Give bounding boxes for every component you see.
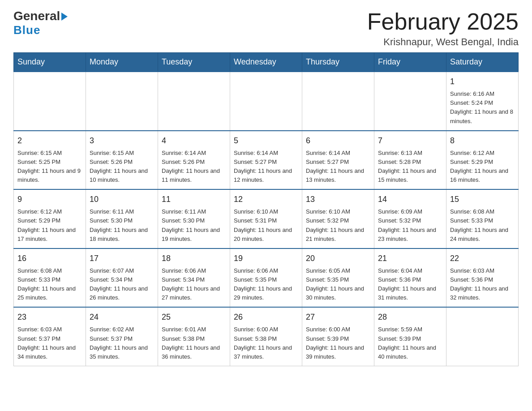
calendar-cell bbox=[374, 72, 446, 131]
day-number: 9 bbox=[17, 193, 82, 206]
calendar-day-header: Thursday bbox=[302, 53, 374, 72]
day-info: Sunrise: 6:16 AM Sunset: 5:24 PM Dayligh… bbox=[450, 90, 515, 126]
logo-general-text: General bbox=[13, 9, 60, 23]
calendar-day-header: Tuesday bbox=[158, 53, 230, 72]
calendar-cell: 15Sunrise: 6:08 AM Sunset: 5:33 PM Dayli… bbox=[446, 189, 519, 248]
calendar-cell: 20Sunrise: 6:05 AM Sunset: 5:35 PM Dayli… bbox=[302, 248, 374, 308]
day-number: 23 bbox=[17, 311, 82, 323]
day-number: 6 bbox=[306, 135, 370, 147]
day-info: Sunrise: 6:05 AM Sunset: 5:35 PM Dayligh… bbox=[306, 266, 370, 303]
calendar-cell: 5Sunrise: 6:14 AM Sunset: 5:27 PM Daylig… bbox=[230, 131, 302, 190]
day-number: 14 bbox=[378, 193, 442, 206]
calendar-cell: 12Sunrise: 6:10 AM Sunset: 5:31 PM Dayli… bbox=[230, 189, 302, 248]
calendar-cell: 17Sunrise: 6:07 AM Sunset: 5:34 PM Dayli… bbox=[86, 248, 158, 308]
day-number: 13 bbox=[306, 193, 370, 206]
day-info: Sunrise: 5:59 AM Sunset: 5:39 PM Dayligh… bbox=[378, 325, 442, 361]
day-number: 3 bbox=[90, 135, 154, 147]
calendar-cell: 6Sunrise: 6:14 AM Sunset: 5:27 PM Daylig… bbox=[302, 131, 374, 190]
calendar-cell: 25Sunrise: 6:01 AM Sunset: 5:38 PM Dayli… bbox=[158, 307, 230, 366]
title-block: February 2025 Krishnapur, West Bengal, I… bbox=[367, 9, 519, 48]
day-info: Sunrise: 6:10 AM Sunset: 5:32 PM Dayligh… bbox=[306, 207, 370, 244]
calendar-cell: 23Sunrise: 6:03 AM Sunset: 5:37 PM Dayli… bbox=[14, 307, 86, 366]
calendar-table: SundayMondayTuesdayWednesdayThursdayFrid… bbox=[13, 52, 519, 366]
calendar-cell: 16Sunrise: 6:08 AM Sunset: 5:33 PM Dayli… bbox=[14, 248, 86, 308]
calendar-cell: 2Sunrise: 6:15 AM Sunset: 5:25 PM Daylig… bbox=[14, 131, 86, 190]
calendar-day-header: Monday bbox=[86, 53, 158, 72]
calendar-week-row: 1Sunrise: 6:16 AM Sunset: 5:24 PM Daylig… bbox=[14, 72, 519, 131]
calendar-cell bbox=[14, 72, 86, 131]
day-info: Sunrise: 6:08 AM Sunset: 5:33 PM Dayligh… bbox=[450, 207, 515, 244]
calendar-cell: 8Sunrise: 6:12 AM Sunset: 5:29 PM Daylig… bbox=[446, 131, 519, 190]
calendar-cell: 10Sunrise: 6:11 AM Sunset: 5:30 PM Dayli… bbox=[86, 189, 158, 248]
day-number: 26 bbox=[234, 311, 298, 323]
logo-arrow-icon bbox=[61, 13, 68, 21]
day-number: 12 bbox=[234, 193, 298, 206]
calendar-cell: 7Sunrise: 6:13 AM Sunset: 5:28 PM Daylig… bbox=[374, 131, 446, 190]
calendar-cell: 1Sunrise: 6:16 AM Sunset: 5:24 PM Daylig… bbox=[446, 72, 519, 131]
calendar-cell bbox=[230, 72, 302, 131]
calendar-cell: 9Sunrise: 6:12 AM Sunset: 5:29 PM Daylig… bbox=[14, 189, 86, 248]
day-info: Sunrise: 6:15 AM Sunset: 5:26 PM Dayligh… bbox=[90, 149, 154, 185]
day-number: 5 bbox=[234, 135, 298, 147]
day-info: Sunrise: 6:15 AM Sunset: 5:25 PM Dayligh… bbox=[17, 149, 82, 185]
calendar-day-header: Sunday bbox=[14, 53, 86, 72]
day-info: Sunrise: 6:08 AM Sunset: 5:33 PM Dayligh… bbox=[17, 266, 82, 303]
day-number: 21 bbox=[378, 253, 442, 265]
day-info: Sunrise: 6:13 AM Sunset: 5:28 PM Dayligh… bbox=[378, 149, 442, 185]
calendar-cell: 27Sunrise: 6:00 AM Sunset: 5:39 PM Dayli… bbox=[302, 307, 374, 366]
calendar-cell: 19Sunrise: 6:06 AM Sunset: 5:35 PM Dayli… bbox=[230, 248, 302, 308]
day-number: 1 bbox=[450, 76, 515, 88]
day-info: Sunrise: 6:09 AM Sunset: 5:32 PM Dayligh… bbox=[378, 207, 442, 244]
day-info: Sunrise: 6:00 AM Sunset: 5:38 PM Dayligh… bbox=[234, 325, 298, 361]
calendar-week-row: 2Sunrise: 6:15 AM Sunset: 5:25 PM Daylig… bbox=[14, 131, 519, 190]
day-info: Sunrise: 6:11 AM Sunset: 5:30 PM Dayligh… bbox=[90, 207, 154, 244]
page-header: General Blue February 2025 Krishnapur, W… bbox=[13, 9, 519, 48]
day-number: 10 bbox=[90, 193, 154, 206]
day-info: Sunrise: 6:06 AM Sunset: 5:35 PM Dayligh… bbox=[234, 266, 298, 303]
calendar-cell bbox=[446, 307, 519, 366]
day-info: Sunrise: 6:07 AM Sunset: 5:34 PM Dayligh… bbox=[90, 266, 154, 303]
calendar-week-row: 23Sunrise: 6:03 AM Sunset: 5:37 PM Dayli… bbox=[14, 307, 519, 366]
calendar-cell: 13Sunrise: 6:10 AM Sunset: 5:32 PM Dayli… bbox=[302, 189, 374, 248]
day-info: Sunrise: 6:12 AM Sunset: 5:29 PM Dayligh… bbox=[17, 207, 82, 244]
location-text: Krishnapur, West Bengal, India bbox=[367, 36, 519, 48]
day-number: 11 bbox=[162, 193, 226, 206]
day-info: Sunrise: 6:04 AM Sunset: 5:36 PM Dayligh… bbox=[378, 266, 442, 303]
calendar-cell: 3Sunrise: 6:15 AM Sunset: 5:26 PM Daylig… bbox=[86, 131, 158, 190]
day-info: Sunrise: 6:02 AM Sunset: 5:37 PM Dayligh… bbox=[90, 325, 154, 361]
day-info: Sunrise: 6:10 AM Sunset: 5:31 PM Dayligh… bbox=[234, 207, 298, 244]
calendar-day-header: Friday bbox=[374, 53, 446, 72]
day-number: 15 bbox=[450, 193, 515, 206]
calendar-cell bbox=[158, 72, 230, 131]
day-info: Sunrise: 6:03 AM Sunset: 5:36 PM Dayligh… bbox=[450, 266, 515, 303]
day-number: 18 bbox=[162, 253, 226, 265]
day-number: 24 bbox=[90, 311, 154, 323]
calendar-cell: 26Sunrise: 6:00 AM Sunset: 5:38 PM Dayli… bbox=[230, 307, 302, 366]
calendar-day-header: Saturday bbox=[446, 53, 519, 72]
calendar-cell: 22Sunrise: 6:03 AM Sunset: 5:36 PM Dayli… bbox=[446, 248, 519, 308]
day-info: Sunrise: 6:14 AM Sunset: 5:27 PM Dayligh… bbox=[234, 149, 298, 185]
day-number: 28 bbox=[378, 311, 442, 323]
calendar-week-row: 9Sunrise: 6:12 AM Sunset: 5:29 PM Daylig… bbox=[14, 189, 519, 248]
calendar-cell: 4Sunrise: 6:14 AM Sunset: 5:26 PM Daylig… bbox=[158, 131, 230, 190]
day-number: 27 bbox=[306, 311, 370, 323]
day-info: Sunrise: 6:11 AM Sunset: 5:30 PM Dayligh… bbox=[162, 207, 226, 244]
day-info: Sunrise: 6:14 AM Sunset: 5:27 PM Dayligh… bbox=[306, 149, 370, 185]
month-title: February 2025 bbox=[367, 9, 519, 34]
calendar-cell bbox=[86, 72, 158, 131]
day-number: 8 bbox=[450, 135, 515, 147]
calendar-cell: 24Sunrise: 6:02 AM Sunset: 5:37 PM Dayli… bbox=[86, 307, 158, 366]
day-info: Sunrise: 6:01 AM Sunset: 5:38 PM Dayligh… bbox=[162, 325, 226, 361]
calendar-cell: 18Sunrise: 6:06 AM Sunset: 5:34 PM Dayli… bbox=[158, 248, 230, 308]
day-info: Sunrise: 6:14 AM Sunset: 5:26 PM Dayligh… bbox=[162, 149, 226, 185]
calendar-cell: 28Sunrise: 5:59 AM Sunset: 5:39 PM Dayli… bbox=[374, 307, 446, 366]
day-number: 17 bbox=[90, 253, 154, 265]
logo-blue-text: Blue bbox=[13, 23, 68, 37]
day-info: Sunrise: 6:00 AM Sunset: 5:39 PM Dayligh… bbox=[306, 325, 370, 361]
day-info: Sunrise: 6:03 AM Sunset: 5:37 PM Dayligh… bbox=[17, 325, 82, 361]
calendar-cell: 14Sunrise: 6:09 AM Sunset: 5:32 PM Dayli… bbox=[374, 189, 446, 248]
logo: General Blue bbox=[13, 9, 68, 37]
day-number: 20 bbox=[306, 253, 370, 265]
day-number: 2 bbox=[17, 135, 82, 147]
day-number: 25 bbox=[162, 311, 226, 323]
